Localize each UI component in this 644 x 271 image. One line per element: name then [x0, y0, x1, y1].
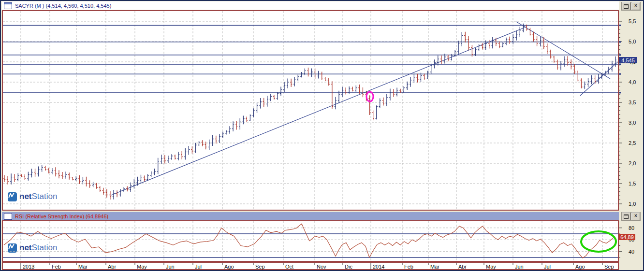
date-axis: 2013FebMarAbrMayJunJulAgoSepOctNovDic201…: [2, 262, 619, 270]
ohlc-bar: [7, 176, 9, 185]
trendline-ascending-major[interactable]: [111, 28, 525, 195]
ohlc-bar: [273, 95, 275, 99]
main-chart-canvas[interactable]: [3, 11, 618, 210]
ohlc-bar: [140, 175, 142, 183]
ohlc-bar: [181, 151, 183, 159]
ohlc-bar: [512, 34, 514, 44]
ohlc-bar: [256, 102, 258, 113]
ohlc-bar: [324, 77, 326, 81]
ohlc-bar: [34, 169, 36, 177]
ohlc-bar: [532, 32, 534, 42]
ohlc-bar: [61, 172, 63, 179]
ohlc-bar: [362, 87, 364, 97]
ohlc-bar: [615, 57, 616, 67]
ohlc-bar: [563, 56, 565, 67]
ohlc-bar: [509, 37, 511, 44]
ohlc-bar: [102, 188, 104, 195]
ohlc-bar: [10, 173, 12, 185]
main-chart-plot[interactable]: netStation: [2, 10, 619, 211]
date-label: 2014: [373, 264, 384, 270]
ohlc-bar: [161, 155, 162, 164]
ohlc-bar: [249, 114, 251, 121]
date-label: Jul: [195, 264, 202, 270]
rsi-plot[interactable]: netStation: [2, 220, 619, 262]
ohlc-bar: [242, 116, 244, 125]
ohlc-bar: [188, 146, 190, 155]
ohlc-bar: [355, 86, 357, 92]
ohlc-bar: [99, 186, 101, 192]
ohlc-bar: [259, 98, 261, 109]
ohlc-bar: [109, 191, 111, 200]
ohlc-bar: [351, 87, 353, 92]
ohlc-bar: [92, 182, 94, 187]
price-axis-label: 4,0: [629, 79, 636, 85]
rsi-maximize-button[interactable]: [622, 213, 630, 220]
ohlc-bar: [24, 174, 26, 180]
ohlc-bar: [150, 171, 152, 177]
ohlc-bar: [560, 61, 562, 71]
ohlc-bar: [382, 98, 384, 106]
ohlc-bar: [68, 172, 70, 180]
ohlc-bar: [48, 168, 50, 173]
ohlc-bar: [208, 140, 210, 150]
rsi-window-icon: [4, 213, 12, 220]
date-label: Oct: [285, 264, 293, 270]
ohlc-bar: [252, 108, 254, 117]
ohlc-bar: [72, 177, 73, 180]
ohlc-bar: [345, 87, 347, 94]
ohlc-bar: [310, 69, 312, 77]
rsi-axis: 806040: [619, 220, 644, 262]
ohlc-bar: [550, 50, 552, 59]
ohlc-bar: [82, 177, 84, 185]
ohlc-bar: [14, 174, 15, 182]
ohlc-bar: [219, 134, 220, 143]
ohlc-bar: [30, 169, 32, 177]
date-label: Abr: [108, 264, 116, 270]
ohlc-bar: [290, 79, 292, 87]
ohlc-bar: [341, 87, 343, 97]
ohlc-bar: [331, 81, 333, 109]
main-close-button[interactable]: ×: [631, 2, 640, 10]
rsi-close-button[interactable]: ×: [631, 213, 640, 220]
ohlc-bar: [171, 154, 173, 160]
level-marker: [619, 54, 621, 56]
ohlc-bar: [229, 126, 231, 133]
date-label: Feb: [404, 264, 413, 270]
level-marker: [619, 64, 621, 65]
ohlc-bar: [78, 175, 80, 184]
main-maximize-button[interactable]: [622, 2, 630, 10]
ohlc-bar: [413, 73, 415, 83]
date-label: Jun: [166, 264, 175, 270]
price-axis-label: 3,0: [629, 120, 636, 126]
ohlc-bar: [406, 82, 408, 90]
date-label: Feb: [52, 264, 61, 270]
rsi-canvas[interactable]: [3, 221, 618, 261]
ohlc-bar: [300, 72, 302, 77]
ohlc-bar: [314, 69, 316, 79]
maximize-icon: [624, 4, 629, 9]
date-label: Sep: [255, 264, 265, 270]
rsi-axis-label: 80: [629, 225, 634, 231]
ohlc-bar: [396, 88, 398, 97]
ohlc-bar: [457, 41, 459, 54]
ohlc-bar: [410, 77, 411, 87]
level-marker: [619, 25, 621, 26]
ohlc-bar: [553, 56, 555, 63]
rsi-panel-title: RSI (Relative Strength Index) (64,8946): [15, 214, 108, 219]
ohlc-bar: [65, 171, 67, 178]
price-axis-label: 5,5: [629, 18, 636, 24]
date-label: Nov: [317, 264, 326, 270]
price-axis-label: 2,0: [629, 160, 636, 166]
ohlc-bar: [266, 96, 268, 107]
ohlc-bar: [212, 135, 214, 146]
ohlc-bar: [584, 82, 585, 89]
ohlc-bar: [225, 130, 227, 134]
ohlc-bar: [379, 99, 381, 108]
ohlc-bar: [194, 143, 196, 153]
ohlc-bar: [372, 111, 374, 121]
ohlc-bar: [426, 71, 428, 79]
ohlc-bar: [167, 156, 169, 163]
ohlc-bar: [488, 40, 490, 49]
level-marker: [619, 92, 621, 93]
ohlc-bar: [44, 166, 46, 171]
